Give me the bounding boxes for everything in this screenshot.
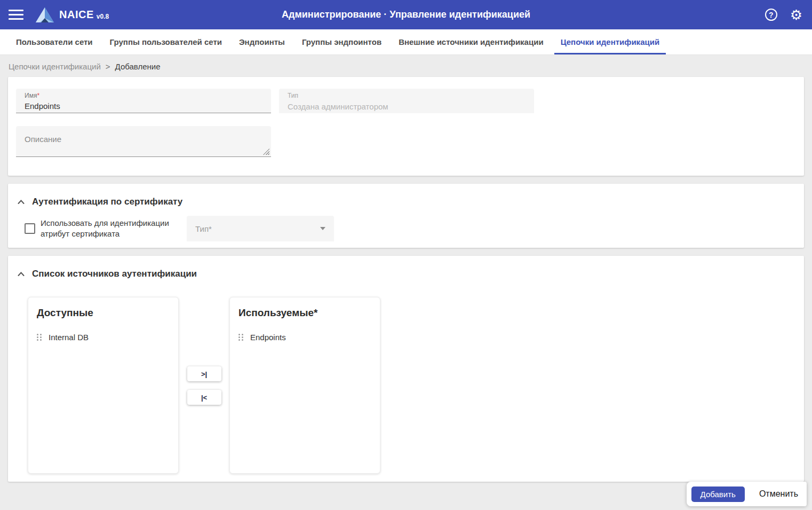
transfer-controls: >| |< [179,297,229,474]
name-field-label: Имя [25,92,37,99]
tab-bar: Пользователи сети Группы пользователей с… [0,29,812,55]
naice-logo: NAICE v0.8 [35,7,109,23]
move-all-right-button[interactable]: >| [187,366,221,381]
tab-endpoints[interactable]: Эндпоинты [233,29,291,54]
app-bar: NAICE v0.8 Администрирование · Управлени… [0,0,812,29]
move-all-left-button[interactable]: |< [187,390,221,405]
tab-identification-chains[interactable]: Цепочки идентификаций [554,29,666,54]
type-field-label: Тип [288,92,298,99]
auth-sources-card: Список источников аутентификации Доступн… [8,256,804,482]
cert-type-select: Тип* [187,216,334,241]
use-cert-attribute-checkbox[interactable] [25,223,35,234]
list-item[interactable]: Internal DB [37,333,170,342]
tab-network-users[interactable]: Пользователи сети [10,29,99,54]
certificate-auth-card: Аутентификация по сертификату Использова… [8,184,804,248]
auth-sources-title: Список источников аутентификации [32,269,197,279]
tab-external-identity-sources[interactable]: Внешние источники идентификации [392,29,550,54]
form-actions-panel: Добавить Отменить [687,482,807,506]
type-field: Тип [279,89,534,113]
name-input[interactable] [25,101,262,111]
used-list-title: Используемые* [238,307,371,319]
type-input [288,102,526,111]
breadcrumb-separator: > [106,62,110,71]
add-button[interactable]: Добавить [691,487,745,502]
available-list-title: Доступные [37,307,170,319]
logo-triangle-icon [35,7,54,23]
description-field-label: Описание [25,135,61,144]
chevron-down-icon [320,227,325,230]
description-field: Описание [16,126,271,157]
source-item-label: Internal DB [49,333,89,342]
brand-version: v0.8 [97,13,109,20]
breadcrumb-parent-link[interactable]: Цепочки идентификаций [9,62,101,71]
source-item-label: Endpoints [250,333,286,342]
use-cert-attribute-label[interactable]: Использовать для идентификации атрибут с… [41,218,175,239]
list-item[interactable]: Endpoints [238,333,371,342]
breadcrumb-current: Добавление [115,62,161,71]
cancel-button[interactable]: Отменить [759,489,798,499]
hamburger-menu-icon[interactable] [9,10,23,20]
available-sources-list: Доступные Internal DB [28,297,179,474]
tab-endpoint-groups[interactable]: Группы эндпоинтов [296,29,388,54]
collapse-chevron-icon[interactable] [16,197,26,207]
brand-name: NAICE [59,9,94,21]
used-sources-list: Используемые* Endpoints [229,297,380,474]
name-field: Имя* [16,89,271,113]
breadcrumb: Цепочки идентификаций > Добавление [0,55,812,77]
collapse-chevron-icon[interactable] [16,269,26,279]
chain-form-card: Имя* Тип Описание [8,77,804,176]
gear-icon[interactable]: ⚙ [790,8,802,22]
tab-network-user-groups[interactable]: Группы пользователей сети [104,29,228,54]
drag-handle-icon[interactable] [37,334,42,341]
drag-handle-icon[interactable] [238,334,243,341]
certificate-auth-title: Аутентификация по сертификату [32,197,182,207]
help-icon[interactable]: ? [765,9,777,21]
page-title: Администрирование · Управление идентифик… [282,9,530,20]
required-asterisk: * [37,92,39,99]
cert-type-select-placeholder: Тип* [195,224,212,233]
